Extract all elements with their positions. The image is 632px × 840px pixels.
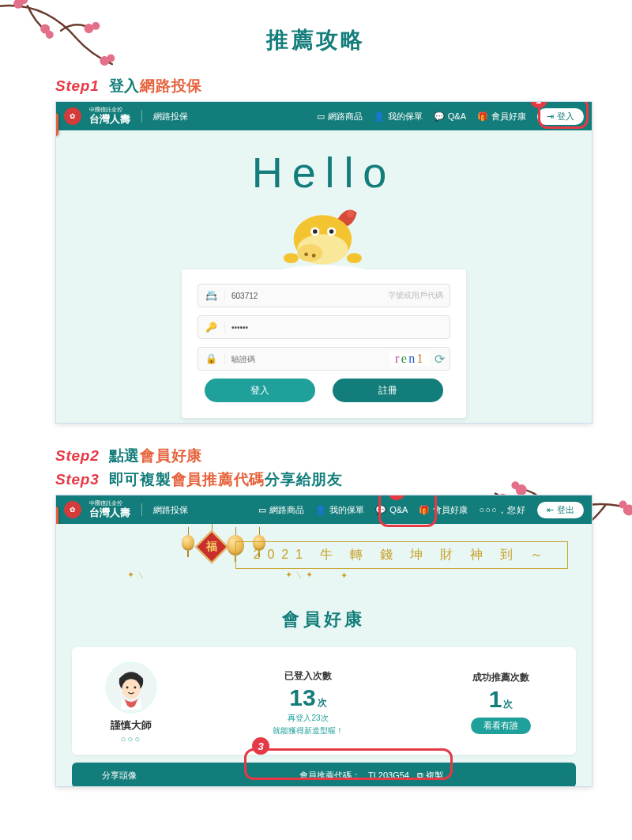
captcha-input[interactable]: [225, 355, 390, 363]
login-sub1: 再登入23次: [182, 713, 434, 724]
step2-highlight: 會員好康: [140, 447, 202, 464]
brand-section: 網路投保: [153, 111, 188, 122]
svg-point-24: [304, 252, 308, 256]
svg-point-31: [134, 687, 136, 689]
brand-sub: 中國信託金控: [89, 500, 130, 506]
nav-mypolicy[interactable]: 👤我的保單: [374, 111, 423, 122]
brand: ✿ 中國信託金控 台灣人壽 網路投保: [64, 500, 188, 520]
callout-3-number: 3: [252, 737, 269, 755]
nav-mypolicy[interactable]: 👤我的保單: [315, 504, 364, 516]
section-title: 會員好康: [56, 608, 592, 631]
nav-member[interactable]: 🎁會員好康: [477, 111, 526, 122]
laptop-icon: ▭: [317, 111, 325, 122]
lock-icon: 🔒: [198, 353, 225, 364]
copy-icon: ⧉: [417, 770, 423, 781]
share-avatar-button[interactable]: 分享頭像: [72, 770, 167, 782]
login-icon: ⇥: [547, 111, 554, 122]
separator: [141, 503, 142, 516]
nav-products[interactable]: ▭網路商品: [258, 504, 304, 516]
step1-prefix: 登入: [109, 77, 141, 94]
logo-icon: ✿: [64, 107, 81, 125]
hello-heading: Hello: [56, 148, 592, 197]
submit-login-button[interactable]: 登入: [205, 379, 315, 402]
avatar-block: 謹慎大師 ○○○: [88, 661, 175, 744]
svg-point-21: [313, 229, 318, 234]
promo-banner: 福 ✦ ﹨ ✦ ﹨ ✦ ✦ 2021 牛 轉 錢 坤 財 神 到 ～: [56, 524, 592, 587]
twig-icon: ✦ ﹨ ✦: [285, 569, 313, 581]
password-input[interactable]: [225, 323, 450, 332]
more-features-tab[interactable]: 更多功能: [55, 113, 58, 136]
brand-name: 台灣人壽: [89, 506, 130, 520]
svg-point-9: [619, 500, 627, 509]
captcha-refresh-icon[interactable]: ⟳: [434, 352, 445, 367]
brand: ✿ 中國信託金控 台灣人壽 網路投保: [64, 107, 188, 126]
person-icon: 👤: [315, 505, 326, 515]
id-icon: 📇: [198, 290, 225, 301]
login-sub2: 就能獲得新造型喔！: [182, 725, 434, 736]
member-screenshot-card: 更多功能 ✿ 中國信託金控 台灣人壽 網路投保 ▭網路商品 👤我的保單 💬Q&A…: [55, 495, 592, 787]
sparkle-icon: ✦: [340, 571, 348, 581]
brand-name: 台灣人壽: [89, 112, 130, 126]
twig-icon: ✦ ﹨: [127, 569, 145, 581]
step2-label: Step2: [55, 447, 100, 464]
person-icon: 👤: [374, 111, 385, 122]
code-label: 會員推薦代碼：: [299, 770, 360, 782]
nav-qa[interactable]: 💬Q&A: [375, 505, 408, 515]
see-who-button[interactable]: 看看有誰: [471, 718, 531, 734]
referral-count: 1次: [442, 686, 560, 713]
register-button[interactable]: 註冊: [333, 379, 443, 402]
step2-heading: Step2 點選會員好康: [55, 446, 632, 466]
svg-point-16: [347, 210, 355, 218]
referral-label: 成功推薦次數: [442, 671, 560, 684]
gift-icon: 🎁: [419, 505, 430, 515]
step1-highlight: 網路投保: [140, 77, 202, 94]
login-button[interactable]: ⇥登入: [537, 108, 584, 125]
nav-qa[interactable]: 💬Q&A: [434, 111, 466, 122]
svg-point-0: [13, 0, 24, 9]
stats-panel: 謹慎大師 ○○○ 已登入次數 13次 再登入23次 就能獲得新造型喔！ 成功推薦…: [72, 647, 576, 755]
greeting: ○○○，您好: [479, 504, 526, 516]
gift-icon: 🎁: [477, 111, 488, 122]
referral-code: TL203G54: [368, 770, 409, 780]
separator: [141, 110, 142, 122]
copy-code-button[interactable]: ⧉複製: [417, 770, 443, 782]
svg-point-15: [280, 265, 368, 269]
svg-point-25: [312, 254, 316, 258]
topnav: ▭網路商品 👤我的保單 💬Q&A 🎁會員好康 ○○○，您好 ⇤登出: [258, 502, 584, 518]
page-title: 推薦攻略: [0, 25, 632, 55]
logo-icon: ✿: [64, 501, 81, 518]
logout-button[interactable]: ⇤登出: [537, 502, 584, 518]
step3-suffix: 分享給朋友: [265, 471, 343, 488]
captcha-field[interactable]: 🔒 ren1 ⟳: [198, 347, 450, 371]
referral-code-block: 會員推薦代碼： TL203G54 ⧉複製: [167, 770, 576, 782]
step1-label: Step1: [55, 77, 100, 94]
nav-member[interactable]: 🎁會員好康: [419, 504, 468, 516]
avatar-rank: ○○○: [88, 734, 175, 744]
step1-heading: Step1 登入網路投保: [55, 76, 632, 96]
step3-heading: Step3 即可複製會員推薦代碼分享給朋友: [55, 469, 632, 490]
login-count-label: 已登入次數: [182, 669, 434, 683]
avatar-name: 謹慎大師: [88, 718, 175, 733]
captcha-image: ren1: [390, 352, 430, 366]
password-field[interactable]: 🔑: [198, 315, 450, 339]
banner-message: 2021 牛 轉 錢 坤 財 神 到 ～: [235, 541, 568, 569]
id-field[interactable]: 📇 字號或用戶代碼: [198, 284, 450, 307]
key-icon: 🔑: [198, 322, 225, 333]
referral-footer: 分享頭像 會員推薦代碼： TL203G54 ⧉複製: [72, 763, 576, 787]
chat-icon: 💬: [434, 111, 445, 122]
topnav: ▭網路商品 👤我的保單 💬Q&A 🎁會員好康 ⇥登入: [317, 108, 584, 125]
nav-products[interactable]: ▭網路商品: [317, 111, 363, 122]
step3-prefix: 即可複製: [109, 471, 171, 488]
id-placeholder: 字號或用戶代碼: [388, 290, 450, 301]
step3-highlight: 會員推薦代碼: [171, 471, 265, 488]
brand-sub: 中國信託金控: [89, 107, 130, 112]
chat-icon: 💬: [375, 505, 386, 515]
topbar: ✿ 中國信託金控 台灣人壽 網路投保 ▭網路商品 👤我的保單 💬Q&A 🎁會員好…: [56, 102, 592, 130]
svg-point-19: [297, 244, 322, 262]
brand-section: 網路投保: [153, 504, 188, 516]
step2-prefix: 點選: [109, 447, 141, 464]
login-count: 13次: [182, 684, 434, 711]
svg-point-30: [126, 687, 129, 689]
id-input[interactable]: [225, 292, 388, 300]
svg-point-1: [19, 0, 28, 5]
